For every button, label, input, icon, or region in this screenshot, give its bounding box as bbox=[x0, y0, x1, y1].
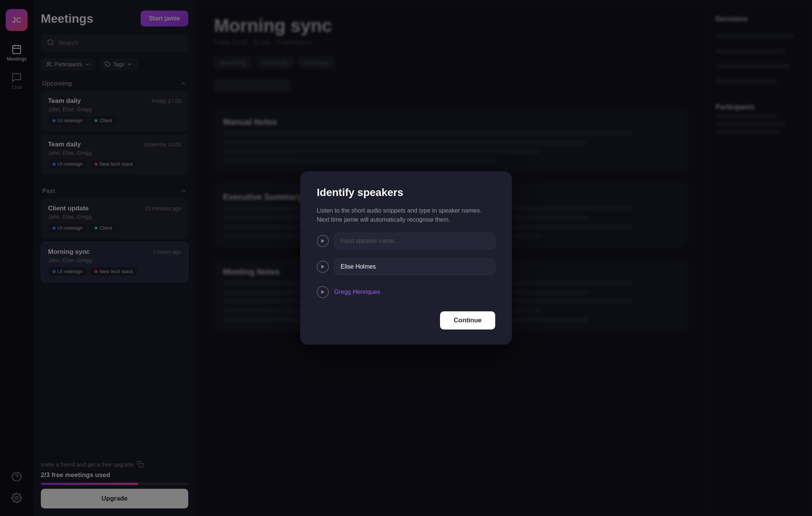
continue-button[interactable]: Continue bbox=[440, 311, 495, 329]
play-icon-svg-3 bbox=[320, 289, 325, 295]
play-button-2[interactable] bbox=[317, 261, 329, 273]
svg-marker-14 bbox=[321, 290, 324, 294]
speaker-name-link-3[interactable]: Gregg Henriques bbox=[334, 284, 495, 300]
svg-marker-12 bbox=[321, 239, 324, 243]
speaker-row-3: Gregg Henriques bbox=[317, 283, 495, 301]
modal-title: Identify speakers bbox=[317, 187, 495, 199]
play-button-3[interactable] bbox=[317, 286, 329, 298]
speaker-row-1 bbox=[317, 232, 495, 250]
identify-speakers-modal: Identify speakers Listen to the short au… bbox=[300, 171, 512, 345]
speaker-name-input-2[interactable] bbox=[334, 258, 495, 275]
svg-marker-13 bbox=[321, 265, 324, 269]
play-button-1[interactable] bbox=[317, 235, 329, 247]
play-icon-svg-1 bbox=[320, 238, 325, 244]
speaker-row-2 bbox=[317, 258, 495, 276]
modal-overlay: Identify speakers Listen to the short au… bbox=[0, 0, 812, 516]
modal-footer: Continue bbox=[317, 311, 495, 329]
modal-description: Listen to the short audio snippets and t… bbox=[317, 206, 495, 224]
play-icon-svg-2 bbox=[320, 264, 325, 269]
speaker-name-input-1[interactable] bbox=[334, 233, 495, 249]
